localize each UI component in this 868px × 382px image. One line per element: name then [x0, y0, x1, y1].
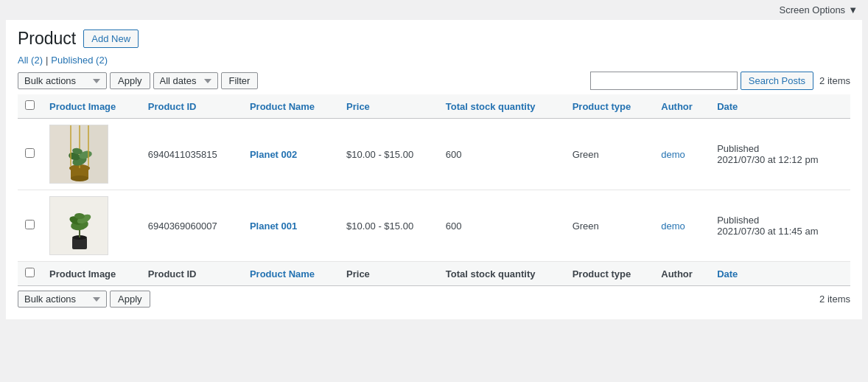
tablenav-top-right: Search Posts 2 items — [590, 72, 850, 90]
table-body: 6940411035815 Planet 002 $10.00 - $15.00… — [18, 119, 850, 262]
select-all-checkbox-bottom[interactable] — [25, 268, 35, 277]
row2-price: $10.00 - $15.00 — [339, 190, 438, 262]
row2-product-name-link[interactable]: Planet 001 — [250, 220, 297, 232]
row1-checkbox-cell — [18, 119, 42, 190]
footer-product-type: Product type — [565, 262, 654, 286]
header-stock[interactable]: Total stock quantity — [438, 94, 565, 119]
row2-date-cell: Published 2021/07/30 at 11:45 am — [710, 190, 850, 262]
filter-button[interactable]: Filter — [221, 72, 259, 89]
table-footer-row: Product Image Product ID Product Name Pr… — [18, 262, 850, 286]
header-date[interactable]: Date — [710, 94, 850, 119]
row2-author-link[interactable]: demo — [661, 220, 685, 232]
row1-date-value: 2021/07/30 at 12:12 pm — [717, 154, 818, 165]
filter-published-link[interactable]: Published (2) — [51, 55, 108, 66]
item-count-bottom: 2 items — [819, 294, 850, 305]
row2-stock: 600 — [438, 190, 565, 262]
footer-checkbox-cell — [18, 262, 42, 286]
plant2-image-svg — [50, 197, 108, 255]
page-title-row: Product Add New — [18, 29, 850, 49]
item-count-top: 2 items — [819, 75, 850, 86]
footer-product-name[interactable]: Product Name — [242, 262, 339, 286]
subsubsub-separator: | — [46, 55, 48, 66]
search-input[interactable] — [590, 72, 738, 90]
row1-author-cell: demo — [654, 119, 710, 190]
svg-point-4 — [71, 176, 88, 181]
row1-type: Green — [565, 119, 654, 190]
chevron-down-icon: ▼ — [848, 4, 858, 15]
row2-product-name-cell: Planet 001 — [242, 190, 339, 262]
footer-author: Author — [654, 262, 710, 286]
top-bar: Screen Options ▼ — [0, 0, 868, 20]
row1-image-cell — [42, 119, 141, 190]
row2-date-value: 2021/07/30 at 11:45 am — [717, 226, 818, 237]
row2-date-status: Published — [717, 215, 759, 226]
header-product-type[interactable]: Product type — [565, 94, 654, 119]
apply-button-top[interactable]: Apply — [110, 72, 150, 89]
all-dates-select[interactable]: All dates — [153, 72, 218, 89]
search-area: Search Posts — [590, 72, 813, 90]
row1-price: $10.00 - $15.00 — [339, 119, 438, 190]
header-product-name[interactable]: Product Name — [242, 94, 339, 119]
row1-date-cell: Published 2021/07/30 at 12:12 pm — [710, 119, 850, 190]
screen-options-button[interactable]: Screen Options ▼ — [775, 3, 862, 17]
tablenav-bottom-left: Bulk actions Edit Move to Trash Apply — [18, 291, 150, 308]
row2-type: Green — [565, 190, 654, 262]
main-content: Product Add New All (2) | Published (2) … — [6, 20, 862, 319]
tablenav-top-left: Bulk actions Edit Move to Trash Apply Al… — [18, 72, 258, 89]
products-table: Product Image Product ID Product Name Pr… — [18, 94, 850, 286]
row2-checkbox-cell — [18, 190, 42, 262]
apply-button-bottom[interactable]: Apply — [110, 291, 150, 308]
footer-stock: Total stock quantity — [438, 262, 565, 286]
table-header-row: Product Image Product ID Product Name Pr… — [18, 94, 850, 119]
row2-product-id: 6940369060007 — [141, 190, 242, 262]
subsubsub-nav: All (2) | Published (2) — [18, 55, 850, 66]
plant-image-svg — [50, 125, 108, 184]
add-new-button[interactable]: Add New — [83, 29, 139, 48]
row2-product-image — [49, 196, 108, 255]
table-row: 6940411035815 Planet 002 $10.00 - $15.00… — [18, 119, 850, 190]
row1-checkbox[interactable] — [25, 148, 35, 158]
header-product-image[interactable]: Product Image — [42, 94, 141, 119]
row1-product-name-cell: Planet 002 — [242, 119, 339, 190]
row2-checkbox[interactable] — [25, 220, 35, 229]
search-posts-button[interactable]: Search Posts — [741, 72, 813, 90]
header-product-id[interactable]: Product ID — [141, 94, 242, 119]
filter-all-link[interactable]: All (2) — [18, 55, 43, 66]
row2-image-cell — [42, 190, 141, 262]
row1-author-link[interactable]: demo — [661, 149, 685, 160]
row1-product-image — [49, 125, 108, 184]
row1-product-id: 6940411035815 — [141, 119, 242, 190]
row1-date-status: Published — [717, 143, 759, 154]
header-price[interactable]: Price — [339, 94, 438, 119]
row1-product-name-link[interactable]: Planet 002 — [250, 149, 297, 160]
footer-price: Price — [339, 262, 438, 286]
header-checkbox-cell — [18, 94, 42, 119]
table-row: 6940369060007 Planet 001 $10.00 - $15.00… — [18, 190, 850, 262]
tablenav-bottom: Bulk actions Edit Move to Trash Apply 2 … — [18, 291, 850, 308]
tablenav-top: Bulk actions Edit Move to Trash Apply Al… — [18, 72, 850, 90]
footer-date[interactable]: Date — [710, 262, 850, 286]
footer-product-id: Product ID — [141, 262, 242, 286]
header-author[interactable]: Author — [654, 94, 710, 119]
row2-author-cell: demo — [654, 190, 710, 262]
page-title: Product — [18, 29, 76, 49]
screen-options-label: Screen Options — [780, 4, 846, 15]
page-wrapper: Screen Options ▼ Product Add New All (2)… — [0, 0, 868, 382]
bulk-actions-select-top[interactable]: Bulk actions Edit Move to Trash — [18, 72, 107, 89]
footer-product-image: Product Image — [42, 262, 141, 286]
bulk-actions-select-bottom[interactable]: Bulk actions Edit Move to Trash — [18, 291, 107, 308]
row1-stock: 600 — [438, 119, 565, 190]
select-all-checkbox-top[interactable] — [25, 100, 35, 110]
